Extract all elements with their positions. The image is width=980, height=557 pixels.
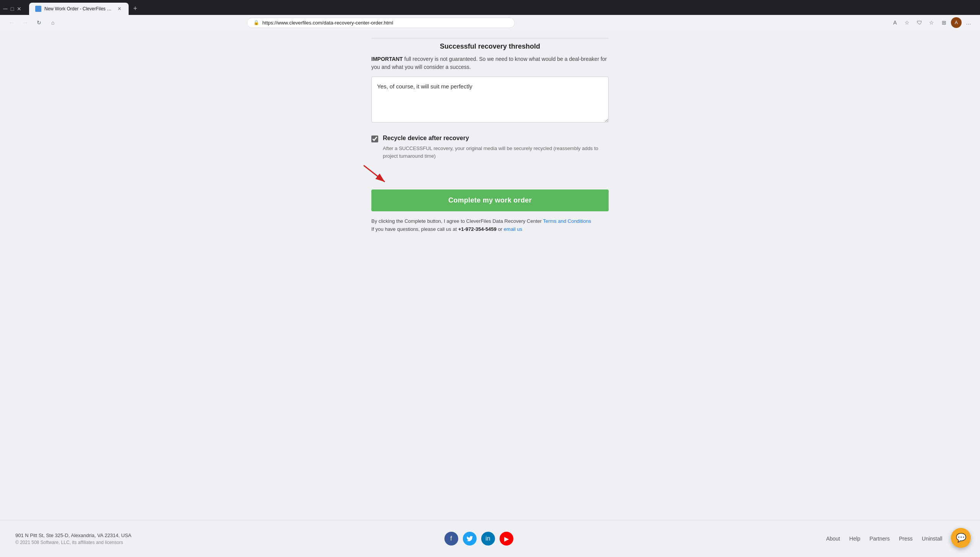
toolbar-icons: A ☆ 🛡 ☆ ⊞ A … <box>890 17 974 28</box>
footer-links: About Help Partners Press Uninstall Lega… <box>826 536 965 542</box>
refresh-button[interactable]: ↻ <box>34 17 44 28</box>
section-title: Successful recovery threshold <box>371 42 609 51</box>
footer: 901 N Pitt St, Ste 325-D, Alexandria, VA… <box>0 520 980 557</box>
title-bar: ─ □ ✕ New Work Order - CleverFiles D... … <box>0 0 980 15</box>
phone-number: +1-972-354-5459 <box>458 226 497 232</box>
profile-avatar[interactable]: A <box>951 17 962 28</box>
footer-link-uninstall[interactable]: Uninstall <box>922 536 942 542</box>
page-content: Successful recovery threshold IMPORTANT … <box>0 30 980 520</box>
tab-title: New Work Order - CleverFiles D... <box>44 6 113 11</box>
collections-button[interactable]: ☆ <box>926 17 937 28</box>
tabs-bar: New Work Order - CleverFiles D... ✕ + <box>26 2 144 15</box>
contact-prefix: If you have questions, please call us at <box>371 226 458 232</box>
facebook-icon[interactable]: f <box>444 532 458 546</box>
footer-link-about[interactable]: About <box>826 536 840 542</box>
section-description: IMPORTANT full recovery is not guarantee… <box>371 55 609 71</box>
terms-prefix: By clicking the Complete button, I agree… <box>371 218 543 224</box>
footer-address-section: 901 N Pitt St, Ste 325-D, Alexandria, VA… <box>15 532 131 545</box>
chat-bubble[interactable]: 💬 <box>951 528 971 548</box>
checkbox-section: Recycle device after recovery After a SU… <box>371 135 609 160</box>
complete-work-order-button[interactable]: Complete my work order <box>371 189 609 211</box>
terms-link[interactable]: Terms and Conditions <box>543 218 591 224</box>
footer-address: 901 N Pitt St, Ste 325-D, Alexandria, VA… <box>15 532 131 538</box>
footer-copyright: © 2021 508 Software, LLC, its affiliates… <box>15 540 131 545</box>
shield-button[interactable]: 🛡 <box>914 17 925 28</box>
recycle-checkbox[interactable] <box>371 136 378 142</box>
active-tab[interactable]: New Work Order - CleverFiles D... ✕ <box>29 3 129 15</box>
arrow-annotation <box>371 163 609 186</box>
svg-line-1 <box>364 165 385 182</box>
wallet-button[interactable]: ⊞ <box>939 17 949 28</box>
home-button[interactable]: ⌂ <box>47 17 58 28</box>
footer-link-help[interactable]: Help <box>849 536 861 542</box>
tab-close-button[interactable]: ✕ <box>116 6 122 12</box>
terms-section: By clicking the Complete button, I agree… <box>371 217 609 234</box>
chat-icon: 💬 <box>956 533 966 543</box>
footer-social: f in ▶ <box>444 532 513 546</box>
minimize-button[interactable]: ─ <box>3 7 8 11</box>
checkbox-description: After a SUCCESSFUL recovery, your origin… <box>383 145 609 160</box>
window-controls: ─ □ ✕ <box>3 7 21 11</box>
tab-favicon <box>35 6 41 12</box>
favorites-button[interactable]: ☆ <box>902 17 913 28</box>
footer-link-press[interactable]: Press <box>899 536 913 542</box>
checkbox-label: Recycle device after recovery <box>383 135 469 142</box>
back-button[interactable]: ← <box>6 17 17 28</box>
contact-or: or <box>497 226 504 232</box>
settings-button[interactable]: … <box>963 17 974 28</box>
youtube-icon[interactable]: ▶ <box>500 532 513 546</box>
checkbox-row: Recycle device after recovery <box>371 135 609 142</box>
url-text: https://www.cleverfiles.com/data-recover… <box>262 20 508 26</box>
linkedin-icon[interactable]: in <box>481 532 495 546</box>
important-label: IMPORTANT <box>371 56 403 62</box>
email-link[interactable]: email us <box>504 226 522 232</box>
form-container: Successful recovery threshold IMPORTANT … <box>371 42 609 249</box>
forward-button[interactable]: → <box>20 17 31 28</box>
url-bar[interactable]: 🔒 https://www.cleverfiles.com/data-recov… <box>247 18 515 28</box>
maximize-button[interactable]: □ <box>10 7 15 11</box>
footer-link-partners[interactable]: Partners <box>869 536 890 542</box>
lock-icon: 🔒 <box>253 20 259 25</box>
red-arrow-icon <box>360 163 390 186</box>
twitter-icon[interactable] <box>463 532 477 546</box>
close-button[interactable]: ✕ <box>17 7 21 11</box>
recovery-threshold-textarea[interactable] <box>371 77 609 123</box>
address-bar: ← → ↻ ⌂ 🔒 https://www.cleverfiles.com/da… <box>0 15 980 30</box>
section-description-text: full recovery is not guaranteed. So we n… <box>371 56 607 70</box>
translate-button[interactable]: A <box>890 17 900 28</box>
scroll-hint <box>371 38 609 39</box>
browser-chrome: ─ □ ✕ New Work Order - CleverFiles D... … <box>0 0 980 30</box>
new-tab-button[interactable]: + <box>130 2 140 15</box>
